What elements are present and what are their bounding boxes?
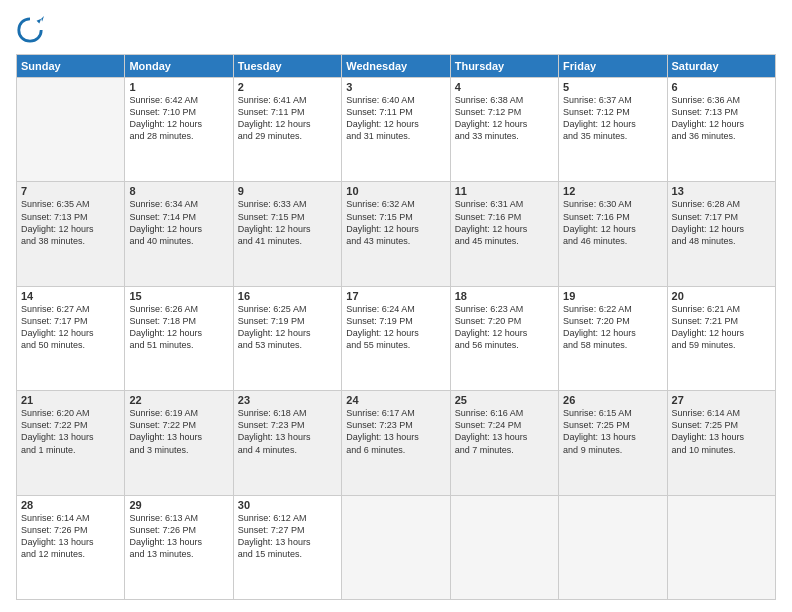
day-info: Sunrise: 6:21 AM Sunset: 7:21 PM Dayligh… xyxy=(672,303,771,352)
day-info: Sunrise: 6:42 AM Sunset: 7:10 PM Dayligh… xyxy=(129,94,228,143)
day-info: Sunrise: 6:32 AM Sunset: 7:15 PM Dayligh… xyxy=(346,198,445,247)
week-row-1: 1Sunrise: 6:42 AM Sunset: 7:10 PM Daylig… xyxy=(17,78,776,182)
day-info: Sunrise: 6:27 AM Sunset: 7:17 PM Dayligh… xyxy=(21,303,120,352)
day-info: Sunrise: 6:13 AM Sunset: 7:26 PM Dayligh… xyxy=(129,512,228,561)
header xyxy=(16,16,776,44)
day-info: Sunrise: 6:14 AM Sunset: 7:25 PM Dayligh… xyxy=(672,407,771,456)
day-cell: 4Sunrise: 6:38 AM Sunset: 7:12 PM Daylig… xyxy=(450,78,558,182)
day-number: 5 xyxy=(563,81,662,93)
weekday-header-thursday: Thursday xyxy=(450,55,558,78)
day-info: Sunrise: 6:41 AM Sunset: 7:11 PM Dayligh… xyxy=(238,94,337,143)
day-number: 25 xyxy=(455,394,554,406)
day-cell: 25Sunrise: 6:16 AM Sunset: 7:24 PM Dayli… xyxy=(450,391,558,495)
day-cell: 22Sunrise: 6:19 AM Sunset: 7:22 PM Dayli… xyxy=(125,391,233,495)
day-info: Sunrise: 6:18 AM Sunset: 7:23 PM Dayligh… xyxy=(238,407,337,456)
day-info: Sunrise: 6:35 AM Sunset: 7:13 PM Dayligh… xyxy=(21,198,120,247)
day-info: Sunrise: 6:38 AM Sunset: 7:12 PM Dayligh… xyxy=(455,94,554,143)
weekday-header-wednesday: Wednesday xyxy=(342,55,450,78)
day-info: Sunrise: 6:17 AM Sunset: 7:23 PM Dayligh… xyxy=(346,407,445,456)
day-info: Sunrise: 6:28 AM Sunset: 7:17 PM Dayligh… xyxy=(672,198,771,247)
day-cell xyxy=(559,495,667,599)
day-number: 15 xyxy=(129,290,228,302)
day-number: 6 xyxy=(672,81,771,93)
day-cell: 8Sunrise: 6:34 AM Sunset: 7:14 PM Daylig… xyxy=(125,182,233,286)
day-cell: 3Sunrise: 6:40 AM Sunset: 7:11 PM Daylig… xyxy=(342,78,450,182)
day-number: 20 xyxy=(672,290,771,302)
day-info: Sunrise: 6:16 AM Sunset: 7:24 PM Dayligh… xyxy=(455,407,554,456)
day-cell: 5Sunrise: 6:37 AM Sunset: 7:12 PM Daylig… xyxy=(559,78,667,182)
weekday-header-row: SundayMondayTuesdayWednesdayThursdayFrid… xyxy=(17,55,776,78)
day-info: Sunrise: 6:34 AM Sunset: 7:14 PM Dayligh… xyxy=(129,198,228,247)
day-info: Sunrise: 6:31 AM Sunset: 7:16 PM Dayligh… xyxy=(455,198,554,247)
day-cell: 10Sunrise: 6:32 AM Sunset: 7:15 PM Dayli… xyxy=(342,182,450,286)
day-cell: 17Sunrise: 6:24 AM Sunset: 7:19 PM Dayli… xyxy=(342,286,450,390)
day-info: Sunrise: 6:20 AM Sunset: 7:22 PM Dayligh… xyxy=(21,407,120,456)
day-info: Sunrise: 6:23 AM Sunset: 7:20 PM Dayligh… xyxy=(455,303,554,352)
day-number: 12 xyxy=(563,185,662,197)
day-number: 30 xyxy=(238,499,337,511)
weekday-header-saturday: Saturday xyxy=(667,55,775,78)
day-info: Sunrise: 6:40 AM Sunset: 7:11 PM Dayligh… xyxy=(346,94,445,143)
day-cell: 27Sunrise: 6:14 AM Sunset: 7:25 PM Dayli… xyxy=(667,391,775,495)
day-number: 2 xyxy=(238,81,337,93)
day-number: 29 xyxy=(129,499,228,511)
day-cell: 12Sunrise: 6:30 AM Sunset: 7:16 PM Dayli… xyxy=(559,182,667,286)
day-info: Sunrise: 6:15 AM Sunset: 7:25 PM Dayligh… xyxy=(563,407,662,456)
weekday-header-friday: Friday xyxy=(559,55,667,78)
day-cell: 16Sunrise: 6:25 AM Sunset: 7:19 PM Dayli… xyxy=(233,286,341,390)
day-cell: 21Sunrise: 6:20 AM Sunset: 7:22 PM Dayli… xyxy=(17,391,125,495)
day-cell xyxy=(667,495,775,599)
day-number: 23 xyxy=(238,394,337,406)
day-cell: 2Sunrise: 6:41 AM Sunset: 7:11 PM Daylig… xyxy=(233,78,341,182)
day-cell: 29Sunrise: 6:13 AM Sunset: 7:26 PM Dayli… xyxy=(125,495,233,599)
day-number: 24 xyxy=(346,394,445,406)
day-cell: 14Sunrise: 6:27 AM Sunset: 7:17 PM Dayli… xyxy=(17,286,125,390)
day-number: 10 xyxy=(346,185,445,197)
week-row-5: 28Sunrise: 6:14 AM Sunset: 7:26 PM Dayli… xyxy=(17,495,776,599)
weekday-header-monday: Monday xyxy=(125,55,233,78)
day-number: 16 xyxy=(238,290,337,302)
day-cell: 1Sunrise: 6:42 AM Sunset: 7:10 PM Daylig… xyxy=(125,78,233,182)
day-cell: 18Sunrise: 6:23 AM Sunset: 7:20 PM Dayli… xyxy=(450,286,558,390)
day-info: Sunrise: 6:26 AM Sunset: 7:18 PM Dayligh… xyxy=(129,303,228,352)
day-info: Sunrise: 6:25 AM Sunset: 7:19 PM Dayligh… xyxy=(238,303,337,352)
day-cell xyxy=(17,78,125,182)
day-cell xyxy=(450,495,558,599)
logo xyxy=(16,16,50,44)
day-cell: 15Sunrise: 6:26 AM Sunset: 7:18 PM Dayli… xyxy=(125,286,233,390)
calendar-table: SundayMondayTuesdayWednesdayThursdayFrid… xyxy=(16,54,776,600)
day-cell: 13Sunrise: 6:28 AM Sunset: 7:17 PM Dayli… xyxy=(667,182,775,286)
day-cell: 26Sunrise: 6:15 AM Sunset: 7:25 PM Dayli… xyxy=(559,391,667,495)
week-row-3: 14Sunrise: 6:27 AM Sunset: 7:17 PM Dayli… xyxy=(17,286,776,390)
day-number: 17 xyxy=(346,290,445,302)
day-cell: 30Sunrise: 6:12 AM Sunset: 7:27 PM Dayli… xyxy=(233,495,341,599)
day-number: 18 xyxy=(455,290,554,302)
logo-icon xyxy=(16,16,44,44)
day-number: 21 xyxy=(21,394,120,406)
day-number: 19 xyxy=(563,290,662,302)
day-number: 7 xyxy=(21,185,120,197)
day-cell: 11Sunrise: 6:31 AM Sunset: 7:16 PM Dayli… xyxy=(450,182,558,286)
day-cell xyxy=(342,495,450,599)
day-cell: 20Sunrise: 6:21 AM Sunset: 7:21 PM Dayli… xyxy=(667,286,775,390)
day-cell: 9Sunrise: 6:33 AM Sunset: 7:15 PM Daylig… xyxy=(233,182,341,286)
day-info: Sunrise: 6:33 AM Sunset: 7:15 PM Dayligh… xyxy=(238,198,337,247)
day-number: 13 xyxy=(672,185,771,197)
day-number: 22 xyxy=(129,394,228,406)
day-number: 9 xyxy=(238,185,337,197)
day-info: Sunrise: 6:24 AM Sunset: 7:19 PM Dayligh… xyxy=(346,303,445,352)
weekday-header-sunday: Sunday xyxy=(17,55,125,78)
day-number: 27 xyxy=(672,394,771,406)
day-info: Sunrise: 6:14 AM Sunset: 7:26 PM Dayligh… xyxy=(21,512,120,561)
week-row-2: 7Sunrise: 6:35 AM Sunset: 7:13 PM Daylig… xyxy=(17,182,776,286)
day-cell: 19Sunrise: 6:22 AM Sunset: 7:20 PM Dayli… xyxy=(559,286,667,390)
day-number: 4 xyxy=(455,81,554,93)
day-cell: 7Sunrise: 6:35 AM Sunset: 7:13 PM Daylig… xyxy=(17,182,125,286)
weekday-header-tuesday: Tuesday xyxy=(233,55,341,78)
day-info: Sunrise: 6:36 AM Sunset: 7:13 PM Dayligh… xyxy=(672,94,771,143)
day-info: Sunrise: 6:12 AM Sunset: 7:27 PM Dayligh… xyxy=(238,512,337,561)
day-number: 1 xyxy=(129,81,228,93)
week-row-4: 21Sunrise: 6:20 AM Sunset: 7:22 PM Dayli… xyxy=(17,391,776,495)
day-info: Sunrise: 6:22 AM Sunset: 7:20 PM Dayligh… xyxy=(563,303,662,352)
day-info: Sunrise: 6:19 AM Sunset: 7:22 PM Dayligh… xyxy=(129,407,228,456)
